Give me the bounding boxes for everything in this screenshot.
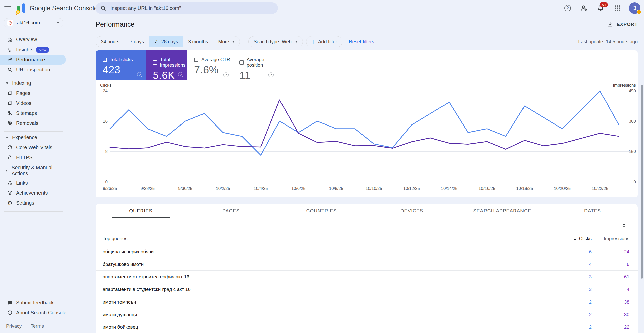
table-row[interactable]: имоти бойковец222 xyxy=(96,321,638,333)
date-range-chips: 24 hours 7 days ✓ 28 days 3 months More xyxy=(96,36,240,47)
user-settings-button[interactable] xyxy=(579,3,589,13)
tab-devices[interactable]: DEVICES xyxy=(367,204,457,218)
info-icon xyxy=(7,310,13,315)
query-cell[interactable]: община исперих обяви xyxy=(96,249,154,255)
table-row[interactable]: братушково имоти46 xyxy=(96,258,638,271)
filter-list-icon[interactable] xyxy=(622,223,626,227)
links-graph-icon xyxy=(7,180,13,186)
sidebar-item-settings[interactable]: ⚙ Settings xyxy=(0,198,67,208)
collapse-icon xyxy=(6,82,9,84)
help-icon[interactable]: ? xyxy=(137,72,142,77)
divider xyxy=(4,177,63,177)
table-row[interactable]: апартаменти в студентски град с акт 1634 xyxy=(96,283,638,296)
svg-text:450: 450 xyxy=(629,89,636,93)
query-cell[interactable]: имоти томпсън xyxy=(96,299,136,305)
tab-pages[interactable]: PAGES xyxy=(186,204,276,218)
average-position-card[interactable]: ✓Average position 11 ? xyxy=(232,50,277,80)
sidebar-item-overview[interactable]: Overview xyxy=(0,34,67,45)
help-icon[interactable]: ? xyxy=(268,72,274,77)
svg-text:24: 24 xyxy=(103,89,108,93)
help-button[interactable]: ? xyxy=(562,3,573,13)
check-icon: ✓ xyxy=(154,39,158,45)
query-cell[interactable]: апартаменти в студентски град с акт 16 xyxy=(96,287,191,292)
chip-3-months[interactable]: 3 months xyxy=(183,36,213,47)
sidebar-item-pages[interactable]: Pages xyxy=(0,88,67,98)
collapse-icon xyxy=(6,137,9,138)
search-type-chip[interactable]: Search type: Web xyxy=(248,36,303,47)
tab-search-appearance[interactable]: SEARCH APPEARANCE xyxy=(457,204,547,218)
svg-text:16: 16 xyxy=(103,119,108,124)
svg-text:10/16/25: 10/16/25 xyxy=(478,186,495,191)
chip-7-days[interactable]: 7 days xyxy=(125,36,149,47)
terms-link[interactable]: Terms xyxy=(31,323,44,329)
tab-queries[interactable]: QUERIES xyxy=(96,204,186,218)
home-icon xyxy=(7,37,13,42)
svg-text:0: 0 xyxy=(634,180,636,184)
privacy-link[interactable]: Privacy xyxy=(6,323,22,329)
person-gear-icon xyxy=(580,4,588,12)
query-cell[interactable]: братушково имоти xyxy=(96,262,144,267)
property-selector[interactable]: akt16.com xyxy=(4,18,63,27)
performance-chart[interactable]: ClicksImpressions08162401503004509/26/25… xyxy=(96,80,638,197)
sidebar: akt16.com Overview Insights New Performa… xyxy=(0,16,67,333)
sidebar-item-core-web-vitals[interactable]: Core Web Vitals xyxy=(0,142,67,152)
sidebar-item-sitemaps[interactable]: Sitemaps xyxy=(0,108,67,118)
sidebar-item-removals[interactable]: Removals xyxy=(0,118,67,128)
notification-count-badge: 51 xyxy=(600,2,608,7)
section-experience[interactable]: Experience xyxy=(0,132,67,142)
sidebar-item-achievements[interactable]: Achievements xyxy=(0,188,67,198)
sidebar-item-videos[interactable]: Videos xyxy=(0,98,67,108)
chip-28-days[interactable]: ✓ 28 days xyxy=(149,36,183,47)
svg-text:0: 0 xyxy=(105,180,108,184)
impressions-cell: 61 xyxy=(592,274,638,280)
sidebar-item-insights[interactable]: Insights New xyxy=(0,45,67,55)
clicks-cell: 4 xyxy=(554,262,592,267)
svg-text:10/14/25: 10/14/25 xyxy=(441,186,458,191)
section-security-manual-actions[interactable]: Security & Manual Actions xyxy=(0,165,67,176)
chip-24-hours[interactable]: 24 hours xyxy=(96,36,125,47)
sidebar-item-performance[interactable]: Performance xyxy=(0,55,66,65)
google-apps-button[interactable] xyxy=(612,3,622,13)
sidebar-item-https[interactable]: HTTPS xyxy=(0,152,67,162)
notifications-button[interactable]: 51 xyxy=(596,3,606,13)
sidebar-item-url-inspection[interactable]: URL inspection xyxy=(0,65,67,75)
total-impressions-card[interactable]: ✓Total impressions 5.6K ? xyxy=(146,50,187,80)
url-inspect-search[interactable]: Inspect any URL in "akt16.com" xyxy=(95,2,278,14)
sidebar-item-links[interactable]: Links xyxy=(0,178,67,188)
clicks-column-header[interactable]: ↓Clicks xyxy=(554,236,592,241)
account-avatar[interactable]: 3 ! xyxy=(629,2,640,14)
total-clicks-card[interactable]: ✓Total clicks 423 ? xyxy=(96,50,146,80)
reset-filters-link[interactable]: Reset filters xyxy=(349,39,374,45)
average-ctr-card[interactable]: ✓Average CTR 7.6% ? xyxy=(187,50,232,80)
impressions-cell: 38 xyxy=(592,299,638,305)
table-row[interactable]: имоти душанци230 xyxy=(96,308,638,321)
table-row[interactable]: имоти томпсън238 xyxy=(96,296,638,308)
svg-text:9/28/25: 9/28/25 xyxy=(140,186,155,191)
submit-feedback-link[interactable]: Submit feedback xyxy=(0,298,67,308)
query-cell[interactable]: имоти бойковец xyxy=(96,324,138,330)
about-search-console-link[interactable]: About Search Console xyxy=(0,308,67,318)
search-console-logo-icon xyxy=(17,3,26,13)
query-cell[interactable]: апартаменти от строител софия акт 16 xyxy=(96,274,189,280)
expand-icon xyxy=(6,169,7,172)
impressions-column-header[interactable]: Impressions xyxy=(592,236,638,241)
clicks-cell: 2 xyxy=(554,324,592,330)
help-icon[interactable]: ? xyxy=(223,72,229,77)
tab-dates[interactable]: DATES xyxy=(547,204,638,218)
svg-text:10/12/25: 10/12/25 xyxy=(403,186,420,191)
section-indexing[interactable]: Indexing xyxy=(0,78,67,88)
tab-countries[interactable]: COUNTRIES xyxy=(276,204,367,218)
pages-icon xyxy=(7,90,13,96)
table-row[interactable]: апартаменти от строител софия акт 16361 xyxy=(96,271,638,283)
query-cell[interactable]: имоти душанци xyxy=(96,312,137,317)
scrollbar-thumb[interactable] xyxy=(641,85,643,279)
app-logo[interactable]: Google Search Console xyxy=(17,3,98,13)
export-button[interactable]: EXPORT xyxy=(607,21,638,27)
svg-text:10/20/25: 10/20/25 xyxy=(554,186,571,191)
menu-icon[interactable] xyxy=(2,3,13,14)
table-row[interactable]: община исперих обяви624 xyxy=(96,245,638,258)
chip-more[interactable]: More xyxy=(213,36,240,47)
svg-text:Clicks: Clicks xyxy=(100,83,111,88)
help-icon[interactable]: ? xyxy=(178,72,183,77)
add-filter-button[interactable]: + Add filter xyxy=(306,36,342,47)
